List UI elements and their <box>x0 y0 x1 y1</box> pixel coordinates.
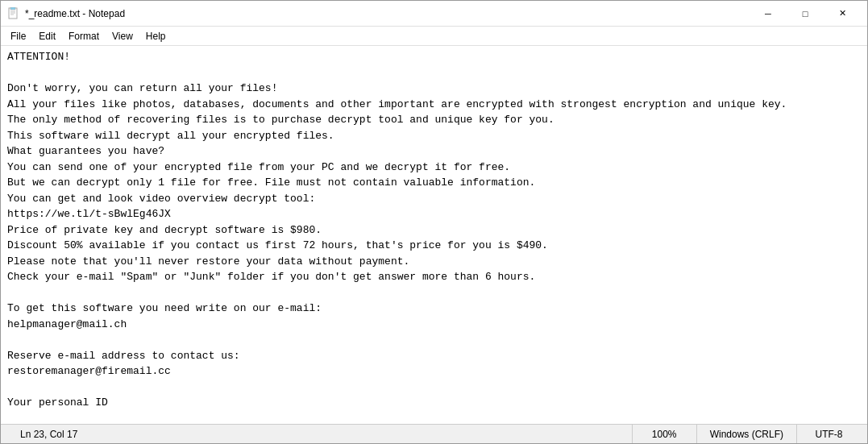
svg-rect-1 <box>10 7 15 10</box>
title-bar-controls: ─ □ ✕ <box>750 1 861 27</box>
line-ending: Windows (CRLF) <box>696 425 796 443</box>
maximize-button[interactable]: □ <box>787 1 824 27</box>
zoom-level: 100% <box>632 425 696 443</box>
encoding: UTF-8 <box>796 425 861 443</box>
title-bar-left: *_readme.txt - Notepad <box>7 7 125 20</box>
notepad-icon <box>7 7 20 20</box>
notepad-window: *_readme.txt - Notepad ─ □ ✕ File Edit F… <box>0 0 868 444</box>
minimize-button[interactable]: ─ <box>750 1 787 27</box>
menu-format[interactable]: Format <box>62 29 106 44</box>
cursor-position: Ln 23, Col 17 <box>7 425 90 443</box>
menu-bar: File Edit Format View Help <box>1 27 867 46</box>
menu-view[interactable]: View <box>106 29 139 44</box>
title-bar: *_readme.txt - Notepad ─ □ ✕ <box>1 1 867 27</box>
menu-file[interactable]: File <box>4 29 32 44</box>
text-editor[interactable] <box>1 46 867 424</box>
menu-edit[interactable]: Edit <box>32 29 62 44</box>
window-title: *_readme.txt - Notepad <box>25 8 125 19</box>
menu-help[interactable]: Help <box>139 29 172 44</box>
editor-area <box>1 46 867 424</box>
status-bar: Ln 23, Col 17 100% Windows (CRLF) UTF-8 <box>1 424 867 443</box>
close-button[interactable]: ✕ <box>824 1 861 27</box>
